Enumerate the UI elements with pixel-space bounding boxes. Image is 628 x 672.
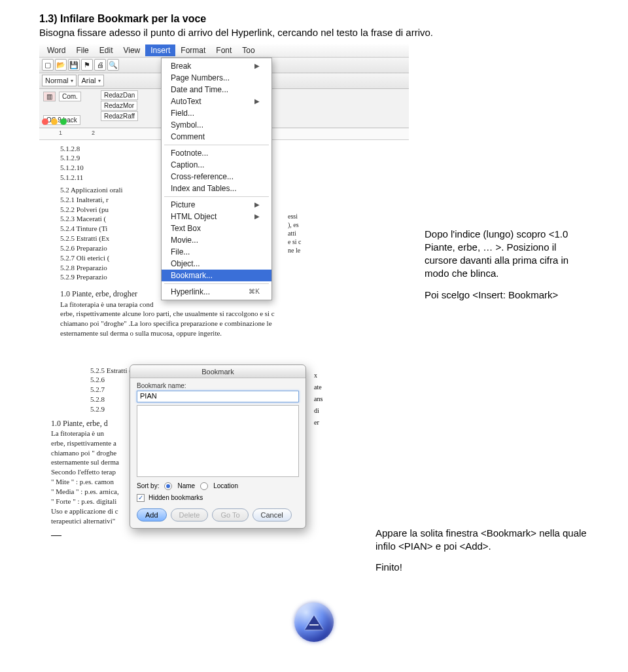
menu-item-hyperlink---[interactable]: Hyperlink...⌘K — [162, 286, 271, 298]
add-button[interactable]: Add — [137, 508, 167, 522]
palette-item[interactable]: RedazRaff — [101, 111, 138, 121]
palette-pdf-icon[interactable]: ▥ — [43, 92, 56, 101]
menu-edit[interactable]: Edit — [94, 44, 118, 56]
menu-item-text-box[interactable]: Text Box — [162, 222, 271, 234]
side-paragraph-2: Poi scelgo <Insert: Bookmark> — [425, 289, 589, 302]
insert-menu-dropdown: Break▶Page Numbers...Date and Time...Aut… — [161, 58, 272, 300]
hidden-bookmarks-label: Hidden bookmarks — [148, 494, 203, 501]
menu-item-movie---[interactable]: Movie... — [162, 234, 271, 246]
menu-too[interactable]: Too — [237, 44, 260, 56]
side-paragraph-3: Appare la solita finestra <Bookmark> nel… — [375, 527, 589, 554]
side-paragraph-4: Finito! — [375, 561, 589, 574]
font-select[interactable]: Arial — [78, 75, 104, 86]
print-icon[interactable]: 🖨 — [94, 59, 106, 71]
truncated-text: ans — [314, 393, 323, 405]
dialog-title: Bookmark — [130, 365, 305, 378]
menu-item-picture[interactable]: Picture▶ — [162, 199, 271, 211]
new-doc-icon[interactable]: ▢ — [42, 59, 54, 71]
style-select[interactable]: Normal — [42, 75, 77, 86]
menu-item-field---[interactable]: Field... — [162, 107, 271, 119]
palette-item[interactable]: Com. — [59, 92, 81, 101]
truncated-text: ate — [314, 381, 323, 393]
bookmark-listbox[interactable] — [137, 405, 299, 477]
menu-item-page-numbers---[interactable]: Page Numbers... — [162, 72, 271, 84]
menu-item-footnote---[interactable]: Footnote... — [162, 147, 271, 159]
window-traffic-lights[interactable] — [42, 118, 67, 125]
menu-item-index-and-tables---[interactable]: Index and Tables... — [162, 183, 271, 194]
screenshot-word-insert-menu: WordFileEditViewInsertFormatFontToo Brea… — [39, 44, 409, 344]
menu-item-comment[interactable]: Comment — [162, 131, 271, 143]
truncated-text: ), es — [288, 221, 302, 229]
sort-by-label: Sort by: — [137, 482, 159, 489]
menu-format[interactable]: Format — [175, 44, 211, 56]
cancel-button[interactable]: Cancel — [253, 508, 292, 522]
sort-location-radio[interactable] — [200, 482, 208, 490]
menu-word[interactable]: Word — [42, 44, 71, 56]
menu-view[interactable]: View — [118, 44, 145, 56]
truncated-text: di — [314, 405, 323, 417]
palette-item[interactable]: RedazMor — [101, 101, 137, 111]
sort-location-label: Location — [213, 482, 238, 489]
save-icon[interactable]: 💾 — [68, 59, 80, 71]
font-select-value: Arial — [81, 77, 96, 84]
app-menubar: WordFileEditViewInsertFormatFontToo — [39, 44, 409, 58]
side-paragraph-1: Dopo l'indice (lungo) scopro <1.0 Piante… — [425, 228, 589, 281]
hidden-bookmarks-checkbox[interactable]: ✓ — [137, 494, 145, 502]
truncated-text: er — [314, 417, 323, 429]
zoom-icon[interactable]: 🔍 — [107, 59, 119, 71]
menu-item-caption---[interactable]: Caption... — [162, 159, 271, 171]
menu-item-object---[interactable]: Object... — [162, 258, 271, 270]
doc-para-body: La fitoterapia è una terapia cond erbe, … — [60, 300, 275, 338]
sort-name-label: Name — [177, 482, 195, 489]
menu-item-autotext[interactable]: AutoText▶ — [162, 96, 271, 107]
menu-font[interactable]: Font — [211, 44, 237, 56]
menu-separator — [164, 196, 269, 197]
menu-separator — [164, 145, 269, 145]
truncated-text: x — [314, 370, 323, 381]
bookmark-dialog: Bookmark Bookmark name: PIAN Sort by: Na… — [130, 364, 306, 529]
menu-item-bookmark---[interactable]: Bookmark... — [162, 270, 271, 281]
menu-insert[interactable]: Insert — [145, 44, 175, 56]
menu-item-break[interactable]: Break▶ — [162, 60, 271, 72]
sort-name-radio[interactable] — [164, 482, 172, 490]
screenshot-bookmark-dialog: 5.2.5 Estratti (Extr. fluid.) 5.2.6 5.2.… — [39, 363, 360, 549]
bookmark-name-label: Bookmark name: — [130, 378, 305, 391]
menu-item-file---[interactable]: File... — [162, 246, 271, 258]
truncated-text: ne le — [288, 246, 302, 255]
palette-item[interactable]: RedazDan — [101, 90, 138, 100]
menu-item-cross-reference---[interactable]: Cross-reference... — [162, 171, 271, 183]
truncated-text: essi — [288, 212, 302, 221]
menu-separator — [164, 283, 269, 284]
open-icon[interactable]: 📂 — [55, 59, 67, 71]
delete-button[interactable]: Delete — [171, 508, 209, 522]
truncated-text: e si c — [288, 238, 302, 246]
menu-item-symbol---[interactable]: Symbol... — [162, 119, 271, 131]
dash-glyph: — — [51, 528, 356, 542]
flag-icon[interactable]: ⚑ — [81, 59, 93, 71]
footer-orb-icon — [293, 601, 335, 643]
intro-paragraph: Bisogna fissare adesso il punto di arriv… — [39, 26, 589, 39]
section-heading: 1.3) Infilare Bookmark per la voce — [39, 13, 589, 25]
truncated-text: atti — [288, 229, 302, 238]
menu-file[interactable]: File — [71, 44, 94, 56]
menu-item-date-and-time---[interactable]: Date and Time... — [162, 84, 271, 96]
bookmark-name-input[interactable]: PIAN — [137, 391, 299, 402]
style-select-value: Normal — [45, 77, 68, 84]
menu-item-html-object[interactable]: HTML Object▶ — [162, 211, 271, 222]
goto-button[interactable]: Go To — [212, 508, 248, 522]
